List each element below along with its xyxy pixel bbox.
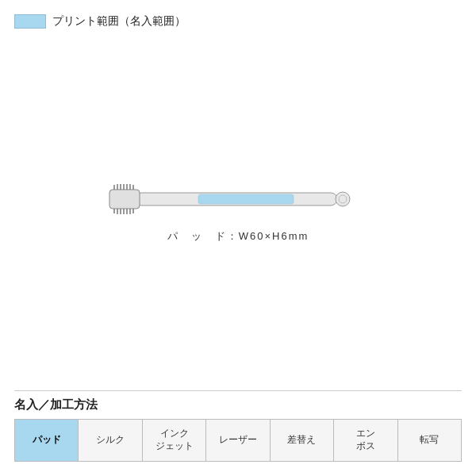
method-btn-inkjet[interactable]: インクジェット [143, 420, 206, 461]
method-btn-silk[interactable]: シルク [79, 420, 142, 461]
svg-rect-1 [198, 194, 294, 204]
method-btn-laser[interactable]: レーザー [206, 420, 270, 461]
method-btn-sashikae[interactable]: 差替え [271, 420, 334, 461]
legend-row: プリント範囲（名入範囲） [14, 14, 462, 29]
method-btn-emboss[interactable]: エンボス [334, 420, 397, 461]
section-divider [14, 390, 462, 391]
method-btn-pad[interactable]: パッド [15, 420, 79, 461]
svg-point-17 [336, 192, 350, 206]
toothbrush-wrap: パ ッ ド：W60×H6mm [103, 175, 373, 244]
naming-section: 名入／加工方法 パッドシルクインクジェットレーザー差替えエンボス転写 [14, 397, 462, 465]
svg-rect-2 [109, 190, 140, 209]
legend-color-box [14, 14, 46, 29]
page: プリント範囲（名入範囲） [0, 0, 476, 476]
legend-label: プリント範囲（名入範囲） [52, 14, 186, 29]
naming-title: 名入／加工方法 [14, 397, 462, 413]
method-row: パッドシルクインクジェットレーザー差替えエンボス転写 [14, 419, 462, 462]
dimension-label: パ ッ ド：W60×H6mm [167, 229, 309, 244]
method-btn-transfer[interactable]: 転写 [398, 420, 461, 461]
toothbrush-illustration [103, 175, 373, 223]
illustration-area: パ ッ ド：W60×H6mm [14, 36, 462, 382]
